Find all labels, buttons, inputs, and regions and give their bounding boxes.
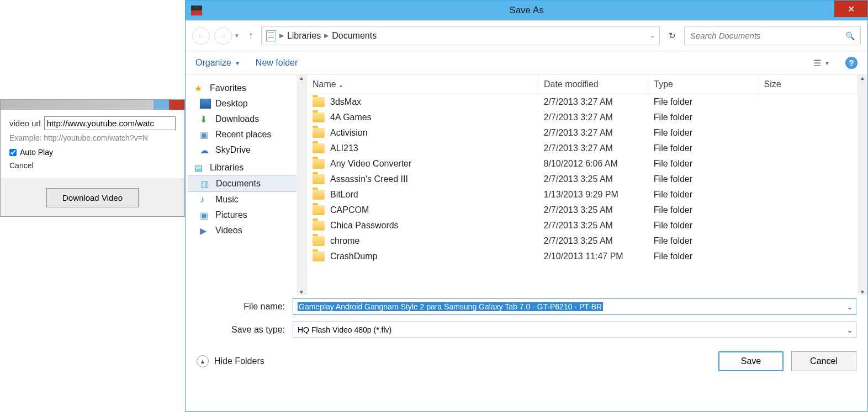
- table-row[interactable]: CAPCOM2/7/2013 3:25 AMFile folder: [307, 202, 858, 218]
- tree-recent[interactable]: ▣Recent places: [188, 127, 304, 142]
- download-video-button[interactable]: Download Video: [46, 188, 139, 207]
- background-app-window: video url Example: http://youtube.com/wa…: [0, 99, 185, 217]
- search-input[interactable]: [690, 31, 845, 40]
- nav-forward-button[interactable]: →: [214, 27, 232, 45]
- nav-up-button[interactable]: ↑: [245, 30, 257, 41]
- folder-icon: [313, 174, 325, 184]
- new-folder-button[interactable]: New folder: [256, 58, 298, 68]
- save-type-label: Save as type:: [197, 325, 285, 335]
- address-bar[interactable]: ▶ Libraries ▶ Documents ⌄: [261, 26, 660, 45]
- tree-documents[interactable]: ▥Documents: [188, 175, 304, 192]
- list-scrollbar[interactable]: ▲▼: [858, 75, 867, 295]
- row-date: 8/10/2012 6:06 AM: [538, 156, 648, 172]
- save-as-dialog: Save As ✕ ← → ▼ ↑ ▶ Libraries ▶ Document…: [185, 0, 868, 412]
- breadcrumb-documents[interactable]: Documents: [332, 31, 377, 41]
- folder-icon: [313, 252, 325, 261]
- tree-skydrive[interactable]: ☁SkyDrive: [188, 142, 304, 158]
- row-size: [758, 172, 857, 187]
- tree-favorites[interactable]: ★Favorites: [188, 81, 304, 96]
- organize-menu[interactable]: Organize ▼: [195, 58, 240, 68]
- folder-icon: [313, 205, 325, 215]
- table-row[interactable]: Activision2/7/2013 3:27 AMFile folder: [307, 125, 858, 141]
- folder-icon: [313, 190, 325, 200]
- row-name: CAPCOM: [330, 205, 369, 215]
- row-type: File folder: [648, 233, 758, 249]
- tree-videos[interactable]: ▶Videos: [188, 223, 304, 238]
- document-icon: ▥: [200, 179, 211, 189]
- tree-desktop[interactable]: Desktop: [188, 96, 304, 111]
- col-type[interactable]: Type: [648, 75, 758, 94]
- table-row[interactable]: ALI2132/7/2013 3:27 AMFile folder: [307, 141, 858, 156]
- col-date[interactable]: Date modified: [538, 75, 648, 94]
- row-size: [758, 141, 857, 156]
- libraries-icon: ▤: [194, 163, 205, 173]
- table-row[interactable]: Any Video Converter8/10/2012 6:06 AMFile…: [307, 156, 858, 172]
- file-list: Name▴ Date modified Type Size 3dsMax2/7/…: [307, 75, 858, 264]
- sort-asc-icon: ▴: [340, 82, 342, 88]
- row-date: 2/7/2013 3:25 AM: [538, 233, 648, 249]
- breadcrumb-libraries[interactable]: Libraries: [287, 31, 321, 41]
- tree-scrollbar[interactable]: ▲▼: [297, 75, 306, 295]
- row-name: ALI213: [330, 143, 358, 153]
- file-name-label: File name:: [197, 302, 285, 312]
- row-date: 1/13/2013 9:29 PM: [538, 187, 648, 202]
- row-date: 2/7/2013 3:27 AM: [538, 125, 648, 141]
- close-button[interactable]: ✕: [834, 1, 867, 17]
- row-name: Chica Passwords: [330, 221, 399, 231]
- address-dropdown-icon[interactable]: ⌄: [650, 32, 655, 39]
- autoplay-checkbox[interactable]: [9, 149, 17, 156]
- row-name: Any Video Converter: [330, 159, 411, 169]
- folder-icon: [313, 128, 325, 138]
- tree-downloads[interactable]: ⬇Downloads: [188, 111, 304, 127]
- cancel-button[interactable]: Cancel: [791, 351, 856, 371]
- row-size: [758, 218, 857, 233]
- row-type: File folder: [648, 141, 758, 156]
- chevron-down-icon: ▼: [235, 60, 240, 66]
- organize-label: Organize: [195, 58, 231, 68]
- file-name-dropdown-icon[interactable]: ⌄: [844, 299, 856, 314]
- folder-icon: [313, 221, 325, 231]
- nav-back-button[interactable]: ←: [192, 27, 210, 45]
- bg-cancel-link[interactable]: Cancel: [9, 161, 34, 170]
- col-size[interactable]: Size: [758, 75, 857, 94]
- save-type-dropdown-icon[interactable]: ⌄: [844, 322, 856, 338]
- table-row[interactable]: Assassin's Creed III2/7/2013 3:25 AMFile…: [307, 172, 858, 187]
- table-row[interactable]: 4A Games2/7/2013 3:27 AMFile folder: [307, 110, 858, 125]
- table-row[interactable]: chrome2/7/2013 3:25 AMFile folder: [307, 233, 858, 249]
- hide-folders-button[interactable]: ▲ Hide Folders: [197, 355, 264, 367]
- table-row[interactable]: 3dsMax2/7/2013 3:27 AMFile folder: [307, 94, 858, 110]
- file-browser: ★Favorites Desktop ⬇Downloads ▣Recent pl…: [186, 74, 867, 295]
- tree-pictures[interactable]: ▣Pictures: [188, 207, 304, 223]
- row-type: File folder: [648, 187, 758, 202]
- recent-icon: ▣: [200, 130, 211, 140]
- row-date: 2/7/2013 3:27 AM: [538, 141, 648, 156]
- save-type-field[interactable]: HQ Flash Video 480p (*.flv) ⌄: [293, 322, 856, 338]
- autoplay-label: Auto Play: [20, 148, 53, 157]
- file-name-field[interactable]: Gameplay Android Gangnam Style 2 para Sa…: [293, 298, 856, 315]
- col-name[interactable]: Name▴: [307, 75, 538, 94]
- music-icon: ♪: [200, 195, 211, 205]
- nav-history-dropdown[interactable]: ▼: [234, 33, 240, 39]
- row-type: File folder: [648, 94, 758, 110]
- row-date: 2/7/2013 3:27 AM: [538, 94, 648, 110]
- search-box[interactable]: 🔍: [684, 26, 861, 45]
- table-row[interactable]: Chica Passwords2/7/2013 3:25 AMFile fold…: [307, 218, 858, 233]
- row-type: File folder: [648, 218, 758, 233]
- refresh-button[interactable]: ↻: [664, 31, 680, 41]
- chevron-down-icon: ▼: [824, 60, 830, 66]
- app-icon: [191, 6, 202, 15]
- folder-icon: [313, 159, 325, 169]
- row-date: 2/10/2013 11:47 PM: [538, 249, 648, 264]
- video-url-example: Example: http://youtube.com/watch?v=N: [9, 133, 176, 142]
- save-button[interactable]: Save: [718, 351, 784, 371]
- row-date: 2/7/2013 3:27 AM: [538, 110, 648, 125]
- help-button[interactable]: ?: [845, 57, 858, 69]
- view-options-button[interactable]: ☰ ▼: [813, 58, 830, 68]
- video-url-input[interactable]: [44, 116, 176, 130]
- table-row[interactable]: BitLord1/13/2013 9:29 PMFile folder: [307, 187, 858, 202]
- row-size: [758, 125, 857, 141]
- tree-music[interactable]: ♪Music: [188, 192, 304, 207]
- folder-icon: [313, 143, 325, 153]
- table-row[interactable]: CrashDump2/10/2013 11:47 PMFile folder: [307, 249, 858, 264]
- tree-libraries[interactable]: ▤Libraries: [188, 160, 304, 175]
